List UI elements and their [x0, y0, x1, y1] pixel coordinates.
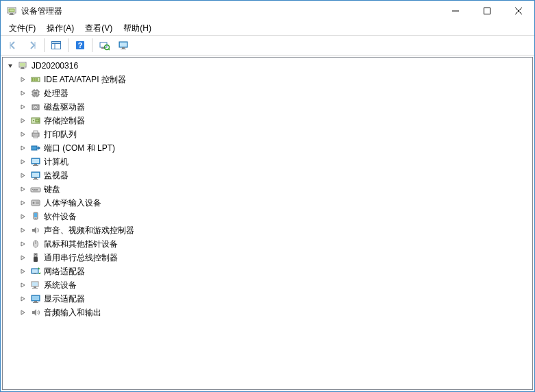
expand-toggle-icon[interactable]	[18, 116, 27, 125]
forward-button[interactable]	[23, 36, 41, 54]
expand-toggle-icon[interactable]	[18, 157, 27, 167]
menu-action[interactable]: 操作(A)	[41, 21, 79, 36]
window-title: 设备管理器	[21, 5, 62, 17]
expand-toggle-icon[interactable]	[18, 143, 27, 153]
tree-root[interactable]: JD20200316	[3, 59, 532, 73]
svg-rect-18	[120, 42, 127, 47]
monitor-button[interactable]	[114, 36, 132, 54]
expand-toggle-icon[interactable]	[18, 308, 27, 317]
minimize-button[interactable]	[440, 1, 471, 21]
expand-toggle-icon[interactable]	[18, 294, 27, 304]
svg-rect-83	[33, 302, 38, 303]
svg-rect-79	[32, 288, 38, 289]
svg-rect-5	[484, 8, 490, 14]
menu-file[interactable]: 文件(F)	[3, 21, 41, 36]
tree-category-label: 音频输入和输出	[44, 306, 107, 319]
tree-category[interactable]: 鼠标和其他指针设备	[3, 237, 532, 251]
svg-rect-60	[36, 189, 38, 190]
expand-toggle-icon[interactable]	[18, 212, 27, 221]
mouse-icon	[30, 238, 41, 249]
tree-category[interactable]: 音频输入和输出	[3, 306, 532, 319]
device-tree: JD20200316IDE ATA/ATAPI 控制器处理器磁盘驱动器存储控制器…	[3, 58, 532, 321]
svg-rect-50	[32, 159, 39, 163]
disk-icon	[30, 101, 41, 112]
toolbar: ?	[1, 35, 534, 56]
show-hide-console-tree-button[interactable]	[47, 36, 65, 54]
expand-toggle-icon[interactable]	[18, 280, 27, 290]
svg-rect-46	[34, 131, 38, 133]
svg-rect-82	[34, 301, 37, 302]
expand-toggle-icon[interactable]	[18, 267, 27, 276]
expand-toggle-icon[interactable]	[18, 102, 27, 112]
menu-view[interactable]: 查看(V)	[79, 21, 118, 36]
tree-category[interactable]: 键盘	[3, 182, 532, 196]
svg-rect-1	[9, 9, 14, 12]
tree-category[interactable]: 处理器	[3, 86, 532, 100]
tree-category[interactable]: 人体学输入设备	[3, 196, 532, 210]
device-tree-panel[interactable]: JD20200316IDE ATA/ATAPI 控制器处理器磁盘驱动器存储控制器…	[2, 57, 533, 390]
hid-icon	[30, 197, 41, 208]
svg-rect-20	[121, 49, 126, 49]
tree-category-label: 系统设备	[44, 278, 82, 292]
close-button[interactable]	[503, 1, 534, 21]
tree-category-label: 鼠标和其他指针设备	[44, 237, 123, 251]
help-button[interactable]: ?	[71, 36, 89, 54]
tree-category[interactable]: IDE ATA/ATAPI 控制器	[3, 73, 532, 86]
expand-toggle-icon[interactable]	[18, 198, 27, 208]
cpu-icon	[30, 88, 41, 99]
computer-icon	[18, 60, 29, 71]
tree-category[interactable]: 监视器	[3, 169, 532, 182]
tree-category[interactable]: 网络适配器	[3, 265, 532, 278]
usb-icon	[30, 252, 41, 263]
svg-rect-9	[52, 42, 61, 44]
tree-category[interactable]: 存储控制器	[3, 114, 532, 127]
tree-category[interactable]: 显示适配器	[3, 292, 532, 306]
menu-help[interactable]: 帮助(H)	[118, 21, 157, 36]
scan-hardware-button[interactable]	[95, 36, 113, 54]
tree-category[interactable]: 声音、视频和游戏控制器	[3, 223, 532, 237]
tree-category[interactable]: 端口 (COM 和 LPT)	[3, 141, 532, 155]
toolbar-separator	[68, 38, 69, 52]
tree-category[interactable]: 软件设备	[3, 210, 532, 223]
tree-category-label: 打印队列	[44, 127, 82, 141]
toolbar-separator	[44, 38, 45, 52]
back-button[interactable]	[4, 36, 22, 54]
expand-toggle-icon[interactable]	[18, 225, 27, 235]
expand-toggle-icon[interactable]	[18, 88, 27, 98]
ide-icon	[30, 74, 41, 85]
tree-category[interactable]: 计算机	[3, 155, 532, 169]
sound-icon	[30, 225, 41, 236]
svg-rect-28	[36, 78, 38, 81]
expand-toggle-icon[interactable]	[18, 253, 27, 262]
maximize-button[interactable]	[471, 1, 503, 21]
svg-rect-71	[34, 257, 38, 262]
expand-toggle-icon[interactable]	[18, 184, 27, 194]
expand-toggle-icon[interactable]	[18, 171, 27, 180]
svg-rect-81	[32, 296, 39, 300]
expand-toggle-icon[interactable]	[18, 75, 27, 84]
tree-category-label: 监视器	[44, 169, 74, 182]
svg-rect-23	[21, 67, 24, 69]
tree-category[interactable]: 磁盘驱动器	[3, 100, 532, 114]
svg-rect-24	[20, 69, 25, 69]
svg-rect-45	[32, 133, 39, 136]
tree-category[interactable]: 通用串行总线控制器	[3, 251, 532, 265]
tree-category[interactable]: 系统设备	[3, 278, 532, 292]
port-icon	[30, 143, 41, 154]
svg-rect-51	[34, 164, 37, 165]
network-icon	[30, 266, 41, 277]
svg-rect-44	[36, 119, 39, 122]
tree-category-label: 人体学输入设备	[44, 196, 107, 210]
expand-toggle-icon[interactable]	[18, 239, 27, 249]
expand-toggle-icon[interactable]	[5, 61, 15, 71]
expand-toggle-icon[interactable]	[18, 130, 27, 139]
tree-category[interactable]: 打印队列	[3, 127, 532, 141]
storage-icon	[30, 115, 41, 126]
svg-rect-59	[34, 189, 36, 190]
svg-text:?: ?	[78, 41, 83, 49]
app-icon	[6, 5, 17, 16]
svg-rect-52	[33, 165, 38, 166]
tree-category-label: 键盘	[44, 182, 66, 196]
tree-category-label: 网络适配器	[44, 265, 90, 278]
svg-rect-72	[35, 254, 36, 255]
